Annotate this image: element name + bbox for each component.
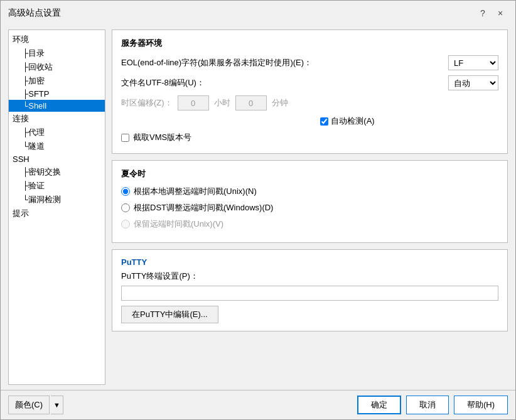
dst-option1-row: 根据本地调整远端时间戳(Unix)(N) bbox=[121, 186, 498, 197]
dst-option3-row: 保留远端时间戳(Unix)(V) bbox=[121, 218, 498, 230]
timezone-row: 时区偏移(Z)： 小时 分钟 bbox=[121, 95, 498, 110]
dst-label-2: 根据DST调整远端时间戳(Windows)(D) bbox=[134, 202, 273, 213]
color-dropdown-button[interactable]: ▼ bbox=[51, 396, 63, 414]
tree-item-recycle[interactable]: ├回收站 bbox=[9, 60, 105, 74]
tree-item-proxy[interactable]: ├代理 bbox=[9, 126, 105, 139]
dialog-content: 环境 ├目录 ├回收站 ├加密 ├SFTP └Shell 连接 ├代理 └隧道 … bbox=[1, 24, 515, 390]
tree-item-hint[interactable]: 提示 bbox=[9, 207, 105, 220]
tree-item-encrypt[interactable]: ├加密 bbox=[9, 74, 105, 88]
auto-detect-label[interactable]: 自动检测(A) bbox=[320, 116, 374, 127]
putty-edit-button[interactable]: 在PuTTY中编辑(E)... bbox=[121, 306, 218, 323]
auto-detect-checkbox[interactable] bbox=[320, 117, 328, 126]
timezone-label: 时区偏移(Z)： bbox=[121, 97, 173, 109]
server-env-section: 服务器环境 EOL(end-of-line)字符(如果服务器未指定时使用)(E)… bbox=[112, 30, 508, 154]
content-panel: 服务器环境 EOL(end-of-line)字符(如果服务器未指定时使用)(E)… bbox=[112, 30, 508, 385]
auto-detect-row: 自动检测(A) bbox=[121, 116, 498, 127]
minutes-unit: 分钟 bbox=[272, 97, 288, 109]
encoding-dropdown[interactable]: 自动 开启 关闭 bbox=[448, 75, 498, 90]
dst-label-1: 根据本地调整远端时间戳(Unix)(N) bbox=[134, 186, 257, 197]
color-button[interactable]: 颜色(C) bbox=[8, 396, 50, 414]
eol-label: EOL(end-of-line)字符(如果服务器未指定时使用)(E)： bbox=[121, 57, 448, 68]
putty-terminal-label: PuTTY终端设置(P)： bbox=[121, 271, 198, 281]
eol-dropdown[interactable]: LF CR/LF CR bbox=[448, 55, 498, 70]
dst-option2-row: 根据DST调整远端时间戳(Windows)(D) bbox=[121, 202, 498, 213]
encoding-row: 文件名UTF-8编码(U)： 自动 开启 关闭 bbox=[121, 75, 498, 90]
titlebar: 高级站点设置 ? × bbox=[1, 1, 515, 24]
tree-item-shell[interactable]: └Shell bbox=[9, 100, 105, 112]
tree-item-sftp[interactable]: ├SFTP bbox=[9, 88, 105, 100]
confirm-button[interactable]: 确定 bbox=[357, 396, 401, 414]
putty-section-title: PuTTY bbox=[121, 257, 498, 267]
putty-section: PuTTY PuTTY终端设置(P)： 在PuTTY中编辑(E)... bbox=[112, 249, 508, 331]
server-env-title: 服务器环境 bbox=[121, 38, 498, 49]
footer-left: 颜色(C) ▼ bbox=[8, 396, 63, 414]
vms-row: 截取VMS版本号 bbox=[121, 132, 498, 143]
tree-panel: 环境 ├目录 ├回收站 ├加密 ├SFTP └Shell 连接 ├代理 └隧道 … bbox=[8, 30, 105, 385]
dialog-footer: 颜色(C) ▼ 确定 取消 帮助(H) bbox=[1, 390, 515, 419]
dialog-title: 高级站点设置 bbox=[8, 8, 61, 19]
encoding-label: 文件名UTF-8编码(U)： bbox=[121, 77, 448, 89]
tree-item-bugcheck[interactable]: └漏洞检测 bbox=[9, 193, 105, 207]
vms-label: 截取VMS版本号 bbox=[133, 132, 191, 143]
timezone-minutes-input[interactable] bbox=[235, 95, 267, 110]
dst-radio-3[interactable] bbox=[121, 220, 130, 229]
putty-terminal-input[interactable] bbox=[121, 286, 498, 301]
tree-item-tunnel[interactable]: └隧道 bbox=[9, 139, 105, 153]
vms-checkbox[interactable] bbox=[121, 134, 129, 142]
help-footer-button[interactable]: 帮助(H) bbox=[454, 396, 508, 414]
putty-terminal-label-row: PuTTY终端设置(P)： bbox=[121, 271, 498, 282]
cancel-button[interactable]: 取消 bbox=[406, 396, 449, 414]
hours-unit: 小时 bbox=[214, 97, 230, 109]
tree-item-verify[interactable]: ├验证 bbox=[9, 179, 105, 193]
dst-label-3: 保留远端时间戳(Unix)(V) bbox=[134, 218, 223, 230]
eol-row: EOL(end-of-line)字符(如果服务器未指定时使用)(E)： LF C… bbox=[121, 55, 498, 70]
tree-item-dir[interactable]: ├目录 bbox=[9, 46, 105, 60]
help-button[interactable]: ? bbox=[475, 6, 490, 21]
tree-item-ssh[interactable]: SSH bbox=[9, 153, 105, 165]
dst-radio-1[interactable] bbox=[121, 187, 130, 196]
dst-radio-2[interactable] bbox=[121, 203, 130, 212]
close-button[interactable]: × bbox=[493, 6, 508, 21]
tree-item-connect[interactable]: 连接 bbox=[9, 112, 105, 126]
titlebar-controls: ? × bbox=[475, 6, 508, 21]
tree-item-env[interactable]: 环境 bbox=[9, 33, 105, 46]
putty-edit-btn-row: 在PuTTY中编辑(E)... bbox=[121, 306, 498, 323]
timezone-hours-input[interactable] bbox=[178, 95, 209, 110]
tree-item-keyexch[interactable]: ├密钥交换 bbox=[9, 165, 105, 179]
dst-title: 夏令时 bbox=[121, 168, 498, 180]
dialog: 高级站点设置 ? × 环境 ├目录 ├回收站 ├加密 ├SFTP └Shell … bbox=[0, 0, 516, 420]
dst-section: 夏令时 根据本地调整远端时间戳(Unix)(N) 根据DST调整远端时间戳(Wi… bbox=[112, 160, 508, 243]
